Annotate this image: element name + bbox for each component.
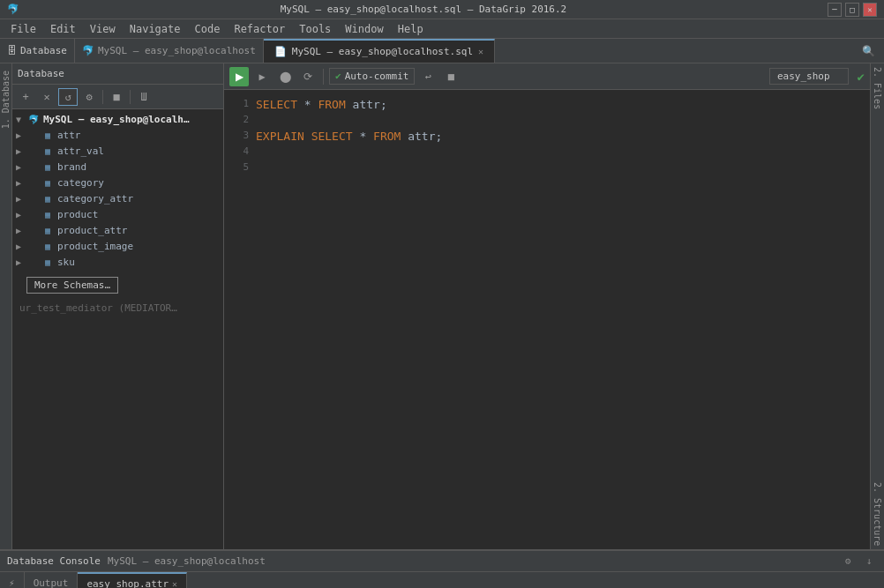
code-line-1: 1 SELECT * FROM attr; [224, 97, 870, 113]
bottom-settings-button[interactable]: ⚙ [840, 554, 856, 569]
stop-query-button[interactable]: ■ [441, 67, 461, 86]
run-file-button[interactable]: ▶ [252, 67, 272, 86]
attr-tab[interactable]: easy_shop.attr ✕ [78, 572, 187, 588]
db-panel-title: Database [18, 68, 218, 79]
structure-sidebar-label[interactable]: 2. Structure [873, 479, 882, 549]
add-datasource-button[interactable]: + [16, 88, 35, 106]
window-title: MySQL – easy_shop@localhost.sql – DataGr… [19, 4, 828, 15]
menu-edit[interactable]: Edit [43, 21, 83, 37]
database-icon: 🗄 [7, 45, 17, 56]
titlebar: 🐬 MySQL – easy_shop@localhost.sql – Data… [0, 0, 884, 19]
output-tab[interactable]: Output [25, 572, 79, 588]
db-console-label: Database Console [7, 555, 101, 567]
item-arrow: ▶ [16, 257, 26, 267]
global-search-button[interactable]: 🔍 [853, 39, 884, 63]
sql-file-icon: 📄 [274, 46, 287, 57]
code-line-3: 3 EXPLAIN SELECT * FROM attr; [224, 129, 870, 145]
right-sidebar-strip: 2. Files 2. Structure [870, 63, 884, 549]
main-layout: 1. Database Database + ✕ ↺ ⚙ ■ Ш ▼ 🐬 MyS… [0, 63, 884, 549]
table-icon: ▦ [41, 208, 55, 220]
maximize-button[interactable]: □ [845, 3, 859, 17]
menu-help[interactable]: Help [391, 21, 431, 37]
close-button[interactable]: ✕ [863, 3, 877, 17]
menu-view[interactable]: View [83, 21, 123, 37]
menu-file[interactable]: File [4, 21, 43, 37]
database-tab[interactable]: 🗄 Database [0, 39, 75, 63]
tree-item-attr[interactable]: ▶ ▦ attr [12, 127, 223, 143]
menu-window[interactable]: Window [338, 21, 390, 37]
line-content-2 [256, 113, 870, 129]
table-icon: ▦ [41, 176, 55, 189]
line-num-3: 3 [224, 129, 256, 141]
db-panel-header: Database [12, 63, 223, 85]
tree-item-product-image[interactable]: ▶ ▦ product_image [12, 238, 223, 254]
schema-button[interactable]: Ш [134, 88, 154, 106]
editor-tabs: 📄 MySQL – easy_shop@localhost.sql ✕ [264, 39, 853, 63]
menu-navigate[interactable]: Navigate [123, 21, 188, 37]
menu-refactor[interactable]: Refactor [227, 21, 292, 37]
editor-tab-close[interactable]: ✕ [478, 47, 483, 56]
database-sidebar-label[interactable]: 1. Database [1, 67, 11, 132]
console-tab[interactable]: ⚡ [0, 572, 25, 588]
item-arrow: ▶ [16, 210, 26, 220]
table-icon: ▦ [41, 192, 55, 205]
code-line-4: 4 [224, 145, 870, 160]
line-num-4: 4 [224, 145, 256, 157]
undo-button[interactable]: ↩ [418, 67, 438, 86]
line-content-5 [256, 160, 870, 176]
code-line-2: 2 [224, 113, 870, 129]
resume-button[interactable]: ⟳ [298, 67, 318, 86]
item-arrow: ▶ [16, 146, 26, 156]
console-tab-icon: ⚡ [9, 577, 15, 588]
more-schemas-button[interactable]: More Schemas… [26, 277, 118, 294]
output-tab-label: Output [34, 577, 69, 588]
menubar: File Edit View Navigate Code Refactor To… [0, 19, 884, 39]
editor-toolbar: ▶ ▶ ⬤ ⟳ ✔ Auto-commit ↩ ■ easy_shop ✔ [224, 63, 870, 90]
refresh-button[interactable]: ↺ [58, 88, 78, 106]
app-icon: 🐬 [7, 4, 19, 15]
tree-item-brand[interactable]: ▶ ▦ brand [12, 159, 223, 175]
tree-item-category[interactable]: ▶ ▦ category [12, 175, 223, 190]
bottom-export-button[interactable]: ↓ [861, 554, 877, 569]
item-arrow: ▶ [16, 194, 26, 204]
table-icon: ▦ [41, 224, 55, 236]
delete-button[interactable]: ✕ [37, 88, 56, 106]
database-tab-label: Database [20, 45, 67, 56]
mysql-icon: 🐬 [82, 45, 94, 56]
properties-button[interactable]: ⚙ [79, 88, 99, 106]
item-arrow: ▶ [16, 226, 26, 235]
db-toolbar: + ✕ ↺ ⚙ ■ Ш [12, 85, 223, 109]
db-tree: ▼ 🐬 MySQL – easy_shop@localh… ▶ ▦ attr ▶… [12, 109, 223, 549]
tree-item-attr-val[interactable]: ▶ ▦ attr_val [12, 143, 223, 159]
tree-item-product-attr[interactable]: ▶ ▦ product_attr [12, 222, 223, 238]
tree-item-category-attr[interactable]: ▶ ▦ category_attr [12, 190, 223, 206]
tree-item-product[interactable]: ▶ ▦ product [12, 206, 223, 222]
autocommit-label: Auto-commit [345, 71, 409, 82]
stop-button[interactable]: ■ [107, 88, 126, 106]
minimize-button[interactable]: ─ [828, 3, 842, 17]
line-num-2: 2 [224, 113, 256, 125]
mysql-tab[interactable]: 🐬 MySQL – easy_shop@localhost [75, 39, 264, 63]
item-arrow: ▶ [16, 242, 26, 251]
window-controls: ─ □ ✕ [828, 3, 877, 17]
line-num-5: 5 [224, 160, 256, 173]
attr-tab-close[interactable]: ✕ [172, 579, 177, 588]
editor-area: ▶ ▶ ⬤ ⟳ ✔ Auto-commit ↩ ■ easy_shop ✔ 1 … [224, 63, 870, 549]
tree-root-mysql[interactable]: ▼ 🐬 MySQL – easy_shop@localh… [12, 111, 223, 127]
files-sidebar-label[interactable]: 2. Files [873, 63, 882, 113]
editor-tab-sql[interactable]: 📄 MySQL – easy_shop@localhost.sql ✕ [264, 39, 495, 63]
run-debug-button[interactable]: ⬤ [275, 67, 295, 86]
toolbar-separator-1 [102, 90, 103, 104]
db-selector[interactable]: easy_shop [769, 68, 849, 85]
tree-item-grayed[interactable]: ur_test_mediator (MEDIATOR… [12, 301, 223, 316]
autocommit-check-icon: ✔ [335, 71, 341, 82]
tree-item-sku[interactable]: ▶ ▦ sku [12, 254, 223, 270]
menu-tools[interactable]: Tools [292, 21, 338, 37]
autocommit-toggle[interactable]: ✔ Auto-commit [329, 68, 415, 85]
menu-code[interactable]: Code [188, 21, 228, 37]
code-editor[interactable]: 1 SELECT * FROM attr; 2 3 EXPLAIN SELECT… [224, 90, 870, 549]
run-button[interactable]: ▶ [229, 67, 249, 86]
bottom-connection-label: MySQL – easy_shop@localhost [108, 555, 266, 567]
root-arrow: ▼ [16, 115, 26, 124]
table-icon: ▦ [41, 129, 55, 141]
